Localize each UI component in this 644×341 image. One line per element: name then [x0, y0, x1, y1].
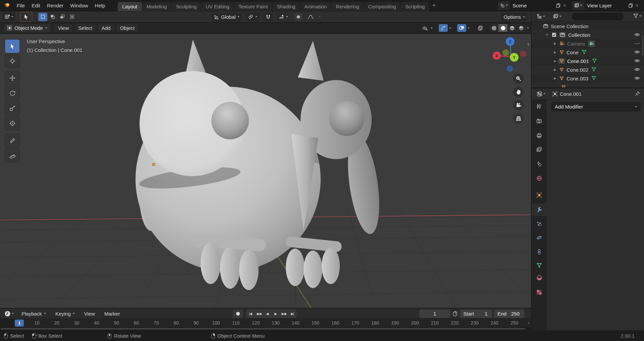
- select-mode-set-button[interactable]: [38, 13, 47, 21]
- snap-target-dropdown[interactable]: [276, 13, 291, 21]
- mesh-toe[interactable]: [201, 243, 221, 284]
- viewport-3d[interactable]: User Perspective (1) Collection | Cone.0…: [0, 34, 531, 308]
- workspace-tab[interactable]: Modeling: [142, 2, 171, 11]
- visibility-eye-icon[interactable]: [634, 76, 640, 80]
- tab-output[interactable]: [534, 131, 544, 140]
- timeline-collapse-arrow[interactable]: ‹: [528, 320, 530, 325]
- mesh-toe[interactable]: [322, 248, 340, 284]
- gizmo-axis-neg-y[interactable]: [502, 49, 509, 56]
- add-modifier-dropdown[interactable]: Add Modifier: [551, 102, 641, 111]
- add-workspace-button[interactable]: +: [429, 1, 439, 10]
- gizmos-toggle-button[interactable]: [439, 24, 448, 32]
- timeline-menu-item[interactable]: Keying: [52, 310, 78, 318]
- camera-data-icon[interactable]: [588, 41, 595, 47]
- visibility-eye-icon[interactable]: [634, 68, 640, 71]
- new-view-layer-icon[interactable]: [629, 3, 633, 8]
- tool-scale-button[interactable]: [5, 101, 19, 115]
- outliner-row-cone-003[interactable]: ▶ Cone.003: [532, 74, 644, 83]
- prev-keyframe-button[interactable]: ◆◀: [255, 310, 263, 318]
- mesh-toe[interactable]: [239, 250, 259, 290]
- overlays-toggle-button[interactable]: [457, 24, 466, 32]
- disclosure-triangle-icon[interactable]: ▶: [553, 42, 557, 45]
- select-mode-extend-button[interactable]: [48, 13, 57, 21]
- checkbox-checked-icon[interactable]: [552, 32, 556, 37]
- snap-toggle-button[interactable]: [263, 13, 273, 21]
- view-layer-name-field[interactable]: View Layer ✕: [585, 1, 641, 10]
- tab-particles[interactable]: [534, 219, 544, 229]
- shading-solid-button[interactable]: [498, 24, 507, 32]
- outliner-row-cone-002[interactable]: ▶ Cone.002: [532, 65, 644, 74]
- zoom-button[interactable]: [513, 73, 524, 84]
- tab-view-layer[interactable]: [534, 145, 544, 154]
- outliner-row-camera[interactable]: ▶ Camera: [532, 39, 644, 48]
- pin-icon[interactable]: [635, 91, 640, 96]
- record-button[interactable]: [233, 310, 243, 318]
- viewport-menu-item[interactable]: Add: [98, 24, 114, 32]
- outliner-filter-button[interactable]: [633, 13, 641, 18]
- navigation-gizmo[interactable]: Z X Y: [486, 37, 531, 77]
- scene-name-field[interactable]: Scene ✕: [510, 1, 569, 10]
- tab-modifiers[interactable]: [534, 205, 544, 214]
- disclosure-triangle-icon[interactable]: ▶: [553, 59, 557, 63]
- shading-material-button[interactable]: [507, 24, 517, 32]
- timeline-editor-type-button[interactable]: [3, 311, 15, 317]
- proportional-falloff-button[interactable]: [306, 13, 315, 21]
- timeline-ruler[interactable]: 1 10203040506070809010011012013014015016…: [0, 319, 531, 327]
- workspace-tab[interactable]: Shading: [273, 2, 300, 11]
- gizmo-axis-neg-z[interactable]: [507, 66, 513, 72]
- tab-object-data[interactable]: [534, 260, 544, 270]
- playhead[interactable]: 1: [15, 320, 24, 327]
- mesh-toe[interactable]: [286, 249, 305, 286]
- active-tool-select-box[interactable]: [20, 12, 32, 22]
- menu-item[interactable]: File: [13, 2, 28, 9]
- workspace-tab[interactable]: Compositing: [364, 2, 400, 11]
- start-frame-field[interactable]: Start 1: [460, 310, 492, 318]
- play-reverse-button[interactable]: ◀: [263, 310, 271, 318]
- mesh-pupil-left[interactable]: [211, 102, 249, 139]
- tool-transform-button[interactable]: [5, 117, 19, 130]
- end-frame-field[interactable]: End 250: [494, 310, 524, 318]
- editor-type-button[interactable]: [3, 12, 15, 21]
- visibility-eye-icon[interactable]: [634, 59, 640, 63]
- new-scene-icon[interactable]: [556, 3, 560, 8]
- disclosure-triangle-icon[interactable]: ▼: [545, 33, 549, 37]
- tab-object[interactable]: [534, 190, 544, 200]
- visibility-eye-icon[interactable]: [634, 50, 640, 54]
- blender-logo-icon[interactable]: [3, 2, 10, 9]
- select-mode-subtract-button[interactable]: [58, 13, 67, 21]
- view-layer-browse-button[interactable]: [572, 1, 584, 10]
- pivot-point-dropdown[interactable]: [246, 13, 260, 21]
- tab-physics[interactable]: [534, 233, 544, 243]
- tab-tool[interactable]: [534, 101, 544, 111]
- disclosure-triangle-icon[interactable]: ▶: [553, 51, 557, 54]
- outliner-scrollbar[interactable]: [642, 35, 643, 55]
- menu-item[interactable]: Render: [44, 2, 67, 9]
- tool-move-button[interactable]: [5, 71, 19, 85]
- current-frame-field[interactable]: 1: [419, 310, 450, 318]
- proportional-editing-button[interactable]: [294, 13, 303, 21]
- tool-annotate-button[interactable]: [5, 134, 19, 147]
- viewport-menu-item[interactable]: Select: [74, 24, 96, 32]
- mesh-toe[interactable]: [220, 247, 240, 289]
- properties-editor-type-button[interactable]: [535, 91, 547, 97]
- workspace-tab[interactable]: Scripting: [401, 2, 429, 11]
- tab-material[interactable]: [534, 273, 544, 282]
- toggle-grid-button[interactable]: [513, 113, 524, 124]
- mesh-data-icon[interactable]: [591, 67, 596, 73]
- disclosure-triangle-icon[interactable]: ▶: [553, 68, 557, 71]
- tab-scene[interactable]: [534, 159, 544, 169]
- timeline-menu-item[interactable]: View: [81, 310, 98, 318]
- tab-texture[interactable]: [534, 287, 544, 297]
- scene-browse-button[interactable]: [498, 1, 510, 10]
- tab-render[interactable]: [534, 116, 544, 126]
- shading-rendered-button[interactable]: [517, 24, 526, 32]
- workspace-tab[interactable]: Sculpting: [171, 2, 201, 11]
- tool-select-box-button[interactable]: [5, 40, 19, 53]
- mesh-data-icon[interactable]: [606, 84, 611, 88]
- mode-dropdown[interactable]: Object Mode: [4, 24, 50, 32]
- tool-cursor-button[interactable]: [5, 54, 19, 68]
- visibility-eye-closed-icon[interactable]: [634, 42, 640, 45]
- jump-to-end-button[interactable]: ▶|: [288, 310, 297, 318]
- workspace-tab[interactable]: Animation: [300, 2, 331, 11]
- outliner-row-collection[interactable]: ▼ Collection: [532, 30, 644, 39]
